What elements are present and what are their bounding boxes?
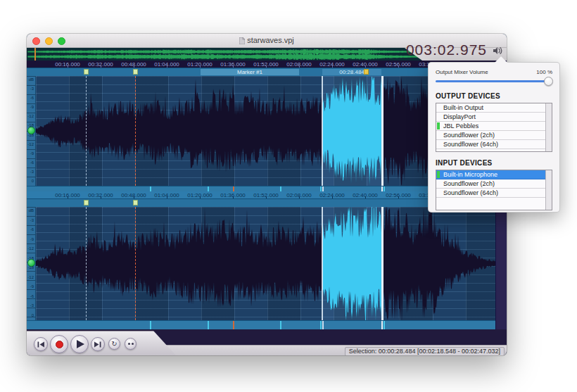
- loop-icon: ↻: [111, 341, 117, 348]
- db-label: -12: [27, 114, 34, 118]
- selection-status: Selection: 00:00:28.484 [00:02:18.548 - …: [345, 347, 505, 356]
- output-device-soundflower-64ch-[interactable]: Soundflower (64ch): [436, 140, 545, 149]
- loop-button[interactable]: ↻: [108, 338, 120, 350]
- waveform-left: [36, 76, 495, 186]
- volume-slider-thumb[interactable]: [544, 77, 553, 86]
- db-label: -9: [27, 105, 34, 109]
- volume-slider[interactable]: [436, 77, 552, 86]
- volume-value: 100 %: [536, 69, 552, 75]
- strip-tick: [280, 321, 281, 329]
- selection-edge-tick: [322, 321, 324, 329]
- waveform-right: [36, 207, 495, 320]
- db-label: dB: [27, 77, 34, 82]
- output-device-list: Built-in OutputDisplayPortJBL PebblesSou…: [436, 103, 552, 152]
- device-name: Built-in Output: [443, 104, 483, 111]
- channel-button-right[interactable]: [27, 259, 35, 267]
- play-button[interactable]: [70, 335, 89, 353]
- waveform-track-right[interactable]: dB-3-6-9-12-18-18-12-9-6-30: [27, 207, 507, 320]
- input-devices-header: INPUT DEVICES: [436, 159, 552, 167]
- device-name: Soundflower (2ch): [443, 180, 495, 187]
- bottom-bar: Selection: 00:00:28.484 [00:02:18.548 - …: [27, 329, 507, 355]
- track1-plot[interactable]: [36, 76, 495, 186]
- db-label: -6: [27, 227, 34, 232]
- volume-label: Output Mixer Volume: [436, 69, 488, 75]
- db-label: -3: [27, 170, 34, 174]
- track2-plot[interactable]: [36, 207, 495, 320]
- marker-flag-yellow[interactable]: [364, 69, 369, 75]
- db-label: -3: [27, 303, 34, 308]
- selection-start-handle[interactable]: [322, 76, 323, 186]
- db-label: -9: [27, 284, 34, 289]
- output-list-scrollbar[interactable]: [545, 103, 552, 151]
- strip-tick-orange: [233, 321, 234, 329]
- selection-edge-tick: [381, 186, 383, 191]
- volume-slider-track[interactable]: [436, 80, 552, 82]
- marker-flag[interactable]: [133, 200, 138, 206]
- channel-button-left[interactable]: [27, 127, 35, 134]
- strip-tick: [280, 186, 281, 191]
- db-label: dB: [27, 208, 34, 213]
- overview-playhead[interactable]: [34, 48, 36, 61]
- play-icon: [77, 340, 84, 348]
- strip-tick: [320, 321, 322, 329]
- strip-tick: [383, 321, 385, 329]
- document-icon: [239, 37, 245, 44]
- popover-arrow: [495, 56, 507, 63]
- device-name: JBL Pebbles: [443, 122, 478, 129]
- active-device-indicator: [437, 122, 440, 129]
- selection-span-label[interactable]: 00:28.484: [322, 69, 381, 75]
- db-label: -9: [27, 151, 34, 156]
- transport-bar: ↻: [27, 331, 176, 355]
- output-device-soundflower-2ch-[interactable]: Soundflower (2ch): [436, 131, 545, 140]
- device-name: Built-in Microphone: [443, 171, 497, 178]
- selection-end-handle[interactable]: [381, 207, 383, 320]
- output-device-jbl-pebbles[interactable]: JBL Pebbles: [436, 122, 545, 131]
- strip-tick: [150, 186, 151, 191]
- db-label: -6: [27, 294, 34, 298]
- strip-tick: [320, 186, 322, 191]
- strip-tick: [150, 321, 151, 329]
- overview-waveform: [27, 48, 422, 61]
- audio-devices-popover: Output Mixer Volume 100 % OUTPUT DEVICES…: [428, 62, 560, 213]
- db-label: 0: [27, 179, 34, 183]
- device-name: Soundflower (64ch): [443, 189, 498, 196]
- playhead-line: [135, 76, 136, 186]
- more-button[interactable]: [125, 338, 137, 350]
- strip-tick: [208, 186, 209, 191]
- output-device-displayport[interactable]: DisplayPort: [436, 113, 545, 122]
- db-label: -3: [27, 218, 34, 222]
- marker-region[interactable]: Marker #1: [201, 69, 299, 75]
- marker-line: [86, 76, 87, 186]
- input-list-scrollbar[interactable]: [545, 170, 552, 210]
- db-label: -6: [27, 160, 34, 165]
- skip-forward-icon: [94, 341, 101, 348]
- skip-back-icon: [37, 341, 44, 348]
- db-label: 0: [27, 313, 34, 317]
- tick-strip-bottom: [27, 320, 507, 329]
- more-dots-icon: [128, 343, 130, 345]
- db-label: -12: [27, 275, 34, 279]
- selection-start-handle[interactable]: [322, 207, 323, 320]
- input-device-soundflower-2ch-[interactable]: Soundflower (2ch): [436, 179, 545, 189]
- marker-flag[interactable]: [133, 69, 138, 75]
- selection-end-handle[interactable]: [381, 76, 383, 186]
- record-button[interactable]: [50, 335, 68, 353]
- strip-tick-orange: [233, 186, 234, 191]
- skip-back-button[interactable]: [34, 337, 48, 351]
- output-device-built-in-output[interactable]: Built-in Output: [436, 103, 545, 113]
- timecode-display: 003:02.975: [406, 42, 487, 58]
- marker-flag[interactable]: [84, 69, 89, 75]
- input-device-soundflower-64ch-[interactable]: Soundflower (64ch): [436, 189, 545, 198]
- output-devices-header: OUTPUT DEVICES: [436, 92, 552, 100]
- selection-edge-tick: [381, 321, 383, 329]
- db-label: -9: [27, 237, 34, 241]
- marker-flag[interactable]: [84, 200, 89, 206]
- device-name: Soundflower (2ch): [443, 132, 495, 139]
- skip-forward-button[interactable]: [91, 337, 105, 351]
- input-device-list: Built-in MicrophoneSoundflower (2ch)Soun…: [436, 170, 552, 210]
- db-label: -12: [27, 246, 34, 251]
- record-icon: [56, 341, 63, 348]
- input-device-built-in-microphone[interactable]: Built-in Microphone: [436, 170, 545, 179]
- strip-tick: [208, 321, 209, 329]
- db-label: -3: [27, 87, 34, 91]
